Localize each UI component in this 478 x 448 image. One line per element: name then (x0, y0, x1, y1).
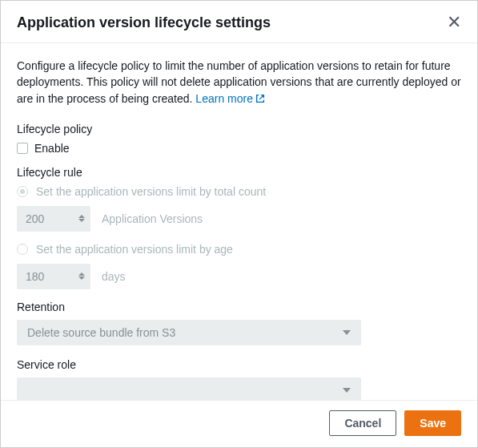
description-text: Configure a lifecycle policy to limit th… (17, 58, 461, 108)
rule-by-age-radio[interactable] (17, 244, 28, 255)
learn-more-link[interactable]: Learn more (195, 92, 266, 105)
retention-value: Delete source bundle from S3 (27, 326, 175, 339)
retention-select[interactable]: Delete source bundle from S3 (17, 320, 361, 345)
count-input-row: 200 Application Versions (17, 206, 461, 232)
caret-down-icon (343, 388, 351, 393)
external-link-icon (255, 92, 266, 108)
chevron-up-icon (78, 272, 85, 276)
count-unit: Application Versions (102, 212, 203, 225)
rule-by-count-label: Set the application versions limit by to… (36, 185, 266, 198)
age-input-row: 180 days (17, 264, 461, 289)
dialog-header: Application version lifecycle settings ✕ (1, 1, 477, 43)
age-value: 180 (26, 270, 44, 283)
count-input[interactable]: 200 (17, 206, 90, 232)
chevron-up-icon (78, 215, 85, 218)
enable-checkbox[interactable] (17, 143, 28, 154)
learn-more-text: Learn more (195, 92, 253, 105)
retention-label: Retention (17, 301, 461, 313)
dialog-title: Application version lifecycle settings (17, 14, 271, 31)
count-stepper[interactable] (78, 215, 85, 222)
cancel-button[interactable]: Cancel (329, 410, 396, 436)
chevron-down-icon (78, 219, 85, 222)
rule-by-count-row: Set the application versions limit by to… (17, 185, 461, 198)
rule-by-age-label: Set the application versions limit by ag… (36, 243, 233, 256)
dialog-content: Configure a lifecycle policy to limit th… (1, 43, 477, 424)
close-icon: ✕ (447, 12, 461, 32)
chevron-down-icon (78, 276, 85, 280)
rule-by-count-radio[interactable] (17, 186, 28, 197)
count-value: 200 (26, 212, 44, 225)
age-unit: days (102, 270, 126, 283)
save-button[interactable]: Save (404, 410, 461, 436)
enable-label: Enable (34, 142, 70, 155)
caret-down-icon (343, 330, 351, 335)
age-input[interactable]: 180 (17, 264, 90, 289)
lifecycle-policy-label: Lifecycle policy (17, 123, 461, 135)
enable-row: Enable (17, 142, 461, 155)
age-stepper[interactable] (78, 272, 85, 280)
rule-by-age-row: Set the application versions limit by ag… (17, 243, 461, 256)
dialog-footer: Cancel Save (1, 400, 477, 447)
service-role-label: Service role (17, 358, 461, 371)
lifecycle-rule-label: Lifecycle rule (17, 166, 461, 179)
close-button[interactable]: ✕ (447, 14, 461, 31)
